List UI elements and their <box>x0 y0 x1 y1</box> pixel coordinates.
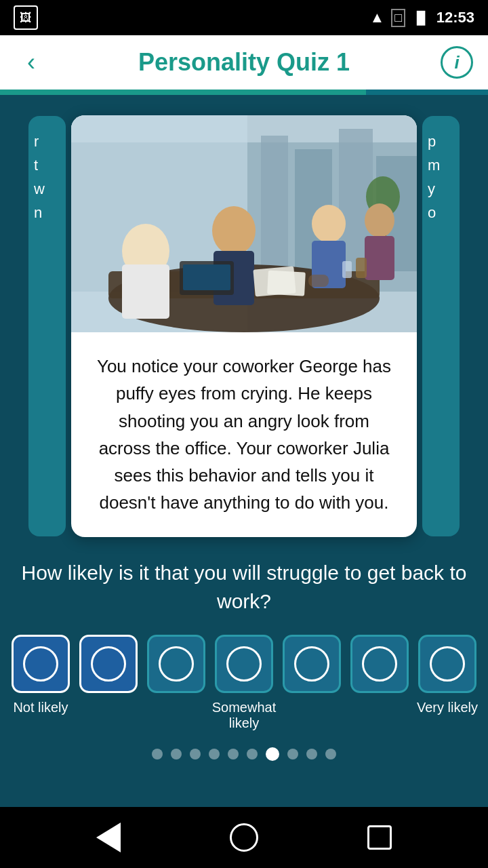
rating-button-7[interactable] <box>418 635 476 693</box>
svg-point-17 <box>365 203 394 237</box>
nav-recents-button[interactable] <box>359 817 400 858</box>
page-title: Personality Quiz 1 <box>49 48 439 77</box>
svg-point-13 <box>212 206 256 255</box>
rating-button-6[interactable] <box>350 635 409 693</box>
meeting-image <box>71 115 417 332</box>
wifi-icon: ▲ <box>370 9 385 26</box>
rating-circle-6 <box>362 646 397 682</box>
svg-rect-22 <box>267 271 306 296</box>
svg-point-15 <box>312 205 346 243</box>
recents-icon <box>367 825 392 850</box>
rating-label-1: Not likely <box>13 700 68 719</box>
main-card: You notice your coworker George has puff… <box>71 115 417 537</box>
svg-rect-3 <box>261 136 288 271</box>
back-icon <box>96 823 121 852</box>
rating-item-1: Not likely <box>7 635 75 719</box>
status-bar: 🖼 ▲ □ ▐▌ 12:53 <box>0 0 488 35</box>
back-arrow-icon: ‹ <box>27 48 35 77</box>
dot-6[interactable] <box>247 749 258 760</box>
card-peek-left[interactable]: rtwn <box>28 116 66 536</box>
status-bar-right: ▲ □ ▐▌ 12:53 <box>370 9 474 27</box>
dot-7-active[interactable] <box>266 747 279 761</box>
info-icon: i <box>441 46 473 79</box>
dot-3[interactable] <box>190 749 201 760</box>
photo-icon: 🖼 <box>14 5 38 30</box>
left-card-text: rtwn <box>28 116 66 239</box>
cards-container: rtwn <box>0 115 488 537</box>
rating-circle-1 <box>23 646 58 682</box>
rating-button-4[interactable] <box>215 635 273 693</box>
right-card-text: pmyo <box>422 116 460 239</box>
main-content: rtwn <box>0 95 488 807</box>
rating-circle-5 <box>294 646 329 682</box>
svg-rect-24 <box>356 258 367 278</box>
dot-4[interactable] <box>209 749 220 760</box>
rating-item-7: Very likely <box>413 635 481 719</box>
rating-label-4: Somewhat likely <box>210 700 278 731</box>
svg-rect-12 <box>122 264 169 319</box>
battery-icon: ▐▌ <box>412 11 430 25</box>
svg-rect-18 <box>365 236 394 280</box>
rating-button-3[interactable] <box>147 635 205 693</box>
dot-1[interactable] <box>152 749 163 760</box>
signal-icon: □ <box>391 9 405 27</box>
svg-rect-20 <box>183 264 230 290</box>
rating-item-3 <box>142 635 210 719</box>
rating-item-5 <box>278 635 346 719</box>
svg-rect-23 <box>308 275 329 287</box>
dot-5[interactable] <box>228 749 239 760</box>
dots-section <box>152 747 336 761</box>
nav-back-button[interactable] <box>88 817 129 858</box>
rating-button-5[interactable] <box>283 635 341 693</box>
back-button[interactable]: ‹ <box>14 45 49 80</box>
rating-circle-3 <box>159 646 194 682</box>
rating-circle-4 <box>226 646 262 682</box>
card-image <box>71 115 417 332</box>
rating-item-2 <box>75 635 142 719</box>
rating-label-7: Very likely <box>417 700 478 719</box>
rating-item-4: Somewhat likely <box>210 635 278 731</box>
dot-10[interactable] <box>325 749 336 760</box>
rating-circle-7 <box>430 646 465 682</box>
card-scenario-text: You notice your coworker George has puff… <box>71 332 417 537</box>
status-time: 12:53 <box>436 9 474 26</box>
progress-empty <box>366 90 488 95</box>
dot-9[interactable] <box>306 749 317 760</box>
rating-button-2[interactable] <box>79 635 138 693</box>
question-text: How likely is it that you will struggle … <box>22 561 467 612</box>
dot-2[interactable] <box>171 749 182 760</box>
rating-section: Not likely Somewhat likely <box>0 635 488 731</box>
progress-bar <box>0 90 488 95</box>
svg-rect-25 <box>342 261 352 278</box>
nav-home-button[interactable] <box>224 817 264 858</box>
header: ‹ Personality Quiz 1 i <box>0 35 488 90</box>
rating-button-1[interactable] <box>12 635 70 693</box>
nav-bar <box>0 807 488 868</box>
home-icon <box>230 823 258 852</box>
progress-fill <box>0 90 366 95</box>
question-section: How likely is it that you will struggle … <box>0 559 488 616</box>
rating-circle-2 <box>91 646 126 682</box>
info-button[interactable]: i <box>439 45 474 80</box>
card-peek-right[interactable]: pmyo <box>422 116 460 536</box>
dot-8[interactable] <box>287 749 298 760</box>
status-bar-left: 🖼 <box>14 5 38 30</box>
rating-item-6 <box>346 635 413 719</box>
